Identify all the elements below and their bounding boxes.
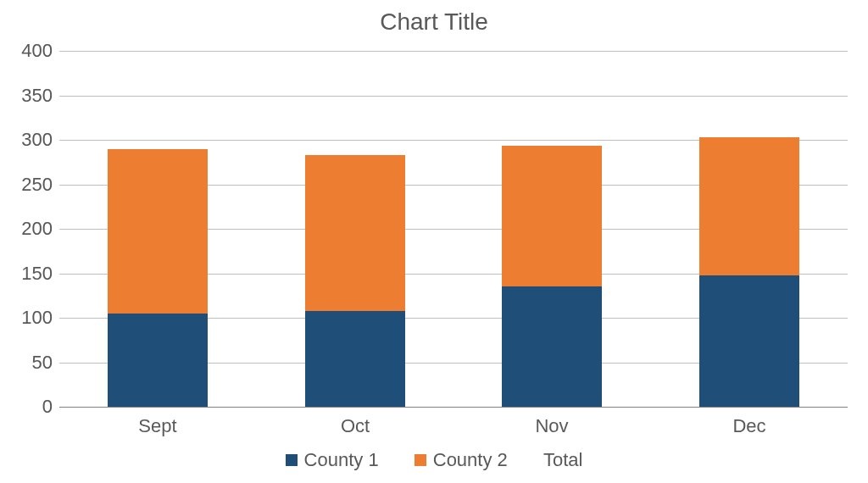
bar-seg-county1: [108, 314, 208, 407]
bar-seg-county2: [305, 155, 405, 311]
y-tick-label: 0: [2, 396, 53, 418]
bar-seg-county2: [502, 146, 602, 286]
x-tick-label: Nov: [501, 415, 603, 437]
bar-seg-county1: [699, 275, 799, 407]
y-tick-label: 150: [2, 263, 53, 285]
y-tick-label: 350: [2, 85, 53, 107]
bar-seg-county1: [502, 286, 602, 407]
legend-label: County 1: [304, 449, 379, 471]
y-tick-label: 300: [2, 129, 53, 151]
legend-item-county1: County 1: [286, 449, 379, 471]
legend-item-county2: County 2: [415, 449, 508, 471]
plot-area: [59, 51, 848, 407]
bar-seg-county1: [305, 311, 405, 407]
y-tick-label: 50: [2, 352, 53, 374]
x-axis-line: [59, 407, 848, 408]
legend-label: Total: [543, 449, 582, 471]
gridline: [59, 96, 848, 97]
x-tick-label: Sept: [107, 415, 209, 437]
legend-item-total: Total: [543, 449, 582, 471]
chart-title: Chart Title: [0, 8, 868, 36]
chart-container: Chart Title 0 50 100 150 200 250 300 350…: [0, 0, 868, 483]
x-tick-label: Dec: [698, 415, 800, 437]
bar-seg-county2: [699, 137, 799, 275]
y-tick-label: 250: [2, 174, 53, 196]
bar-seg-county2: [108, 149, 208, 314]
legend-label: County 2: [433, 449, 508, 471]
legend-swatch-icon: [415, 454, 426, 466]
y-tick-label: 400: [2, 40, 53, 62]
y-tick-label: 200: [2, 218, 53, 240]
x-tick-label: Oct: [304, 415, 406, 437]
y-tick-label: 100: [2, 307, 53, 329]
legend-swatch-icon: [286, 454, 298, 466]
gridline: [59, 51, 848, 52]
legend: County 1 County 2 Total: [0, 449, 868, 471]
